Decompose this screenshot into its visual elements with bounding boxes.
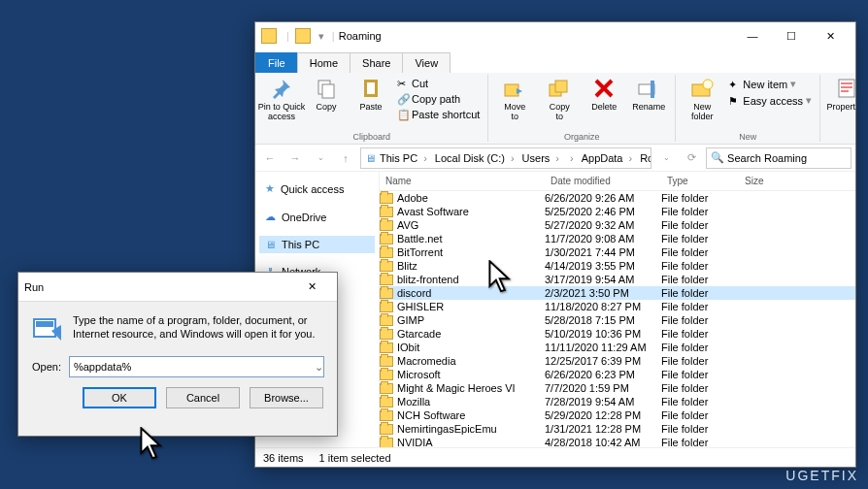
breadcrumb[interactable]: This PC	[376, 152, 431, 164]
file-row[interactable]: Microsoft6/26/2020 6:23 PMFile folder	[380, 368, 855, 381]
file-date: 3/17/2019 9:54 AM	[545, 274, 661, 285]
delete-button[interactable]: Delete	[584, 75, 624, 112]
file-name: discord	[397, 287, 431, 299]
file-name: Battle.net	[397, 233, 442, 244]
folder-icon	[380, 424, 393, 435]
copy-to-button[interactable]: Copy to	[539, 75, 580, 121]
access-icon: ⚑	[728, 95, 740, 107]
col-type[interactable]: Type	[661, 174, 739, 188]
folder-icon	[380, 410, 393, 421]
run-message: Type the name of a program, folder, docu…	[73, 313, 323, 344]
file-row[interactable]: NemirtingasEpicEmu1/31/2021 12:28 PMFile…	[380, 422, 855, 436]
explorer-titlebar[interactable]: | ▾ | Roaming — ☐ ✕	[255, 22, 855, 49]
file-date: 2/3/2021 3:50 PM	[545, 287, 661, 299]
breadcrumb-path[interactable]: 🖥 This PC Local Disk (C:) Users AppData …	[360, 147, 651, 169]
tab-file[interactable]: File	[255, 52, 298, 73]
cancel-button[interactable]: Cancel	[166, 387, 240, 408]
properties-button[interactable]: Properties	[826, 75, 855, 112]
pin-button[interactable]: Pin to Quick access	[261, 75, 302, 121]
file-date: 5/10/2019 10:36 PM	[545, 328, 661, 340]
svg-rect-11	[839, 80, 854, 97]
file-row[interactable]: blitz-frontend3/17/2019 9:54 AMFile fold…	[380, 273, 855, 286]
sparkle-icon: ✦	[728, 79, 740, 90]
folder-icon	[261, 28, 277, 44]
file-row[interactable]: NCH Software5/29/2020 12:28 PMFile folde…	[380, 408, 855, 422]
paste-shortcut-button[interactable]: 📋Paste shortcut	[395, 108, 482, 121]
svg-point-10	[703, 80, 713, 89]
file-row[interactable]: GIMP5/28/2018 7:15 PMFile folder	[380, 313, 855, 327]
file-type: File folder	[661, 314, 739, 326]
move-icon	[503, 77, 526, 100]
folder-icon	[380, 220, 393, 231]
cut-button[interactable]: ✂Cut	[395, 77, 482, 90]
open-input[interactable]	[69, 356, 324, 377]
breadcrumb[interactable]: AppData	[578, 152, 636, 164]
col-date[interactable]: Date modified	[545, 174, 661, 188]
file-date: 5/25/2020 2:46 PM	[545, 206, 661, 217]
breadcrumb[interactable]: Local Disk (C:)	[431, 152, 518, 164]
run-titlebar[interactable]: Run ✕	[18, 273, 337, 302]
file-row[interactable]: GHISLER11/18/2020 8:27 PMFile folder	[380, 300, 855, 313]
tab-home[interactable]: Home	[297, 52, 351, 73]
file-name: Macromedia	[397, 355, 456, 367]
back-button[interactable]: ←	[259, 147, 281, 169]
file-row[interactable]: Blitz4/14/2019 3:55 PMFile folder	[380, 259, 855, 273]
minimize-button[interactable]: —	[733, 25, 772, 47]
file-row[interactable]: NVIDIA4/28/2018 10:42 AMFile folder	[380, 436, 855, 447]
forward-button[interactable]: →	[284, 147, 306, 169]
file-row[interactable]: Might & Magic Heroes VI7/7/2020 1:59 PMF…	[380, 381, 855, 395]
move-to-button[interactable]: Move to	[494, 75, 535, 121]
tab-view[interactable]: View	[402, 52, 451, 73]
folder-icon	[380, 329, 393, 340]
sidebar-item-onedrive[interactable]: ☁OneDrive	[259, 208, 375, 226]
file-row[interactable]: discord2/3/2021 3:50 PMFile folder	[380, 286, 855, 300]
easy-access-button[interactable]: ⚑Easy access ▾	[726, 93, 814, 108]
sidebar-item-this-pc[interactable]: 🖥This PC	[259, 236, 375, 253]
ok-button[interactable]: OK	[83, 387, 156, 408]
column-headers[interactable]: Name Date modified Type Size	[380, 172, 855, 191]
folder-icon	[380, 261, 393, 272]
breadcrumb[interactable]	[563, 152, 578, 164]
file-row[interactable]: AVG5/27/2020 9:32 AMFile folder	[380, 218, 855, 232]
search-input[interactable]: 🔍 Search Roaming	[706, 147, 851, 169]
file-date: 7/28/2019 9:54 AM	[545, 396, 661, 408]
path-dropdown[interactable]: ⌄	[655, 147, 677, 169]
copy-path-button[interactable]: 🔗Copy path	[395, 92, 482, 106]
file-row[interactable]: Mozilla7/28/2019 9:54 AMFile folder	[380, 395, 855, 408]
rename-button[interactable]: Rename	[628, 75, 669, 112]
col-size[interactable]: Size	[739, 174, 797, 188]
recent-button[interactable]: ⌄	[310, 147, 331, 169]
svg-rect-13	[36, 321, 53, 327]
close-button[interactable]: ✕	[811, 25, 850, 47]
breadcrumb[interactable]: Users	[518, 152, 563, 164]
up-button[interactable]: ↑	[335, 147, 356, 169]
tab-share[interactable]: Share	[350, 52, 403, 73]
run-title: Run	[24, 281, 44, 293]
svg-rect-3	[367, 82, 375, 94]
file-row[interactable]: Macromedia12/25/2017 6:39 PMFile folder	[380, 354, 855, 368]
new-item-button[interactable]: ✦New item ▾	[726, 77, 814, 91]
copy-button[interactable]: Copy	[306, 75, 347, 112]
file-row[interactable]: Battle.net11/7/2020 9:08 AMFile folder	[380, 232, 855, 245]
refresh-button[interactable]: ⟳	[681, 147, 702, 169]
svg-rect-8	[651, 81, 654, 98]
new-folder-icon	[690, 77, 714, 100]
file-row[interactable]: BitTorrent1/30/2021 7:44 PMFile folder	[380, 245, 855, 259]
paste-button[interactable]: Paste	[351, 75, 391, 112]
col-name[interactable]: Name	[380, 174, 545, 188]
file-type: File folder	[661, 206, 739, 217]
file-row[interactable]: Gtarcade5/10/2019 10:36 PMFile folder	[380, 327, 855, 341]
browse-button[interactable]: Browse...	[250, 387, 323, 408]
file-row[interactable]: IObit11/11/2020 11:29 AMFile folder	[380, 341, 855, 354]
new-folder-button[interactable]: New folder	[682, 75, 722, 121]
file-name: Adobe	[397, 192, 428, 204]
search-icon: 🔍	[711, 151, 724, 164]
maximize-button[interactable]: ☐	[772, 25, 811, 47]
run-close-button[interactable]: ✕	[292, 277, 331, 298]
file-row[interactable]: Avast Software5/25/2020 2:46 PMFile fold…	[380, 205, 855, 218]
file-row[interactable]: Adobe6/26/2020 9:26 AMFile folder	[380, 191, 855, 205]
open-label: Open:	[32, 361, 61, 373]
ribbon: Pin to Quick access Copy Paste ✂Cut 🔗Cop…	[255, 73, 855, 145]
breadcrumb[interactable]: Roaming	[636, 152, 651, 164]
sidebar-item-quick-access[interactable]: ★Quick access	[259, 179, 375, 198]
